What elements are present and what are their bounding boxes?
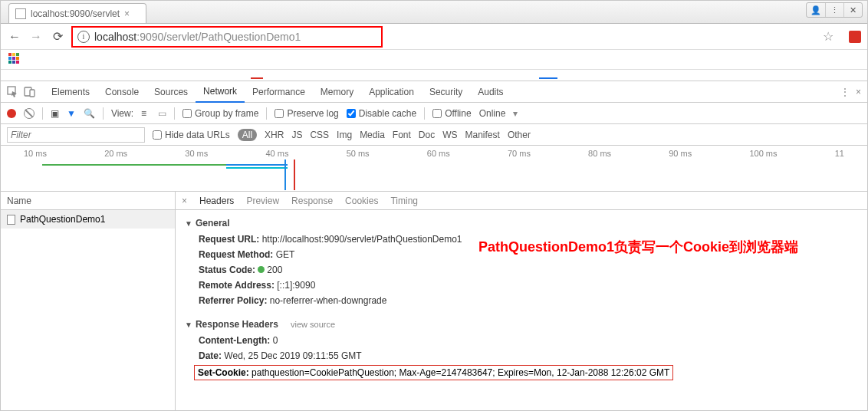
filter-type-manifest[interactable]: Manifest (465, 130, 500, 140)
svg-rect-2 (30, 90, 35, 97)
remote-address-row: Remote Address: [::1]:9090 (185, 278, 858, 293)
detail-tabs: × Headers Preview Response Cookies Timin… (176, 192, 867, 210)
offline-checkbox[interactable]: Offline (432, 108, 471, 119)
reload-button[interactable]: ⟳ (50, 29, 65, 44)
tab-close-icon[interactable]: × (124, 8, 130, 19)
tab-title: localhost:9090/servlet (31, 8, 120, 19)
window-controls: 👤 ⋮ ✕ (806, 2, 863, 18)
devtools-panel: Elements Console Sources Network Perform… (1, 81, 867, 411)
disable-cache-checkbox[interactable]: Disable cache (347, 108, 416, 119)
bookmarks-bar (1, 50, 867, 70)
tab-security[interactable]: Security (422, 81, 470, 103)
hide-data-urls-checkbox[interactable]: Hide data URLs (153, 130, 230, 140)
address-bar[interactable]: i localhost:9090/servlet/PathQuestionDem… (71, 26, 383, 48)
detail-close-icon[interactable]: × (182, 196, 187, 206)
record-button[interactable] (7, 109, 16, 118)
devtools-close-icon[interactable]: × (856, 87, 861, 97)
filter-type-css[interactable]: CSS (310, 130, 329, 140)
headers-section: ▼General Request URL: http://localhost:9… (176, 210, 867, 385)
request-row[interactable]: PathQuestionDemo1 (1, 210, 175, 229)
back-button[interactable]: ← (7, 29, 22, 44)
response-headers-group[interactable]: ▼Response Headersview source (185, 316, 858, 333)
filter-type-js[interactable]: JS (291, 130, 302, 140)
url-text: localhost:9090/servlet/PathQuestionDemo1 (94, 31, 301, 43)
tab-memory[interactable]: Memory (313, 81, 361, 103)
general-group[interactable]: ▼General (185, 215, 858, 232)
tab-console[interactable]: Console (97, 81, 146, 103)
large-rows-icon[interactable] (141, 108, 150, 119)
throttling-dropdown-icon[interactable]: ▾ (513, 108, 518, 119)
detail-tab-cookies[interactable]: Cookies (345, 196, 378, 206)
tab-strip: localhost:9090/servlet × (1, 1, 867, 24)
online-label[interactable]: Online (479, 108, 506, 119)
status-code-row: Status Code: 200 (185, 262, 858, 278)
browser-tab[interactable]: localhost:9090/servlet × (8, 3, 146, 23)
detail-tab-timing[interactable]: Timing (390, 196, 418, 206)
address-remainder (389, 27, 817, 47)
annotation-text: PathQuestionDemo1负责写一个Cookie到浏览器端 (478, 238, 798, 256)
user-icon[interactable]: 👤 (807, 3, 825, 17)
view-label: View: (111, 108, 133, 119)
column-name-header[interactable]: Name (1, 192, 175, 210)
tab-favicon-icon (15, 8, 26, 19)
tab-application[interactable]: Application (361, 81, 422, 103)
preserve-log-checkbox[interactable]: Preserve log (275, 108, 338, 119)
view-source-link[interactable]: view source (291, 320, 335, 329)
set-cookie-row: Set-Cookie: pathquestion=CookiePathQuest… (194, 365, 673, 380)
window-more-icon[interactable]: ⋮ (825, 3, 843, 17)
timeline[interactable]: 10 ms 20 ms 30 ms 40 ms 50 ms 60 ms 70 m… (1, 146, 867, 192)
site-info-icon[interactable]: i (77, 31, 90, 43)
clear-button[interactable] (24, 108, 35, 119)
devtools-menu-icon[interactable]: ⋮ (840, 87, 850, 97)
tab-performance[interactable]: Performance (245, 81, 313, 103)
request-detail: × Headers Preview Response Cookies Timin… (176, 192, 867, 411)
devtools-tabs: Elements Console Sources Network Perform… (1, 81, 867, 103)
filter-type-other[interactable]: Other (508, 130, 531, 140)
bookmark-star-icon[interactable]: ☆ (823, 29, 833, 44)
content-length-row: Content-Length: 0 (185, 333, 858, 348)
request-name: PathQuestionDemo1 (20, 214, 105, 225)
tab-audits[interactable]: Audits (470, 81, 511, 103)
inspect-element-icon[interactable] (7, 86, 19, 98)
apps-icon[interactable] (8, 53, 19, 64)
extension-shield-icon[interactable] (849, 31, 861, 43)
filter-input[interactable] (7, 127, 145, 143)
date-row: Date: Wed, 25 Dec 2019 09:11:55 GMT (185, 348, 858, 363)
search-icon[interactable]: 🔍 (84, 108, 95, 119)
detail-tab-preview[interactable]: Preview (246, 196, 279, 206)
filter-type-media[interactable]: Media (360, 130, 385, 140)
filter-row: Hide data URLs All XHR JS CSS Img Media … (1, 124, 867, 146)
filter-type-img[interactable]: Img (337, 130, 352, 140)
network-split: Name PathQuestionDemo1 × Headers Preview… (1, 192, 867, 411)
filter-type-doc[interactable]: Doc (419, 130, 435, 140)
tab-sources[interactable]: Sources (146, 81, 196, 103)
filter-toggle-icon[interactable]: ▼ (67, 108, 76, 119)
detail-tab-headers[interactable]: Headers (199, 196, 234, 206)
detail-tab-response[interactable]: Response (291, 196, 333, 206)
filter-type-all[interactable]: All (238, 129, 257, 141)
page-content (1, 70, 867, 81)
filter-type-font[interactable]: Font (393, 130, 411, 140)
filter-type-ws[interactable]: WS (442, 130, 457, 140)
file-icon (7, 215, 15, 225)
group-by-frame-checkbox[interactable]: Group by frame (182, 108, 258, 119)
network-toolbar: ▣ ▼ 🔍 View: ▭ Group by frame Preserve lo… (1, 103, 867, 124)
screenshot-icon[interactable]: ▣ (51, 108, 59, 119)
filter-type-xhr[interactable]: XHR (265, 130, 284, 140)
window-close-icon[interactable]: ✕ (843, 3, 862, 17)
request-list: Name PathQuestionDemo1 (1, 192, 176, 411)
address-row: ← → ⟳ i localhost:9090/servlet/PathQuest… (1, 24, 867, 50)
waterfall-icon[interactable]: ▭ (158, 108, 166, 119)
tab-elements[interactable]: Elements (44, 81, 97, 103)
referrer-policy-row: Referrer Policy: no-referrer-when-downgr… (185, 293, 858, 308)
forward-button[interactable]: → (28, 29, 44, 44)
device-toggle-icon[interactable] (24, 86, 36, 98)
tab-network[interactable]: Network (196, 81, 245, 103)
